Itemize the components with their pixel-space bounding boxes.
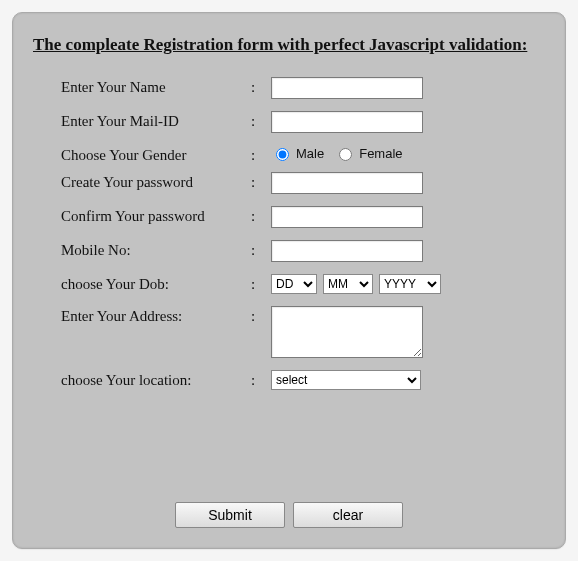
gender-female-radio[interactable]	[339, 148, 352, 161]
clear-button[interactable]: clear	[293, 502, 403, 528]
password-label: Create Your password	[61, 172, 251, 191]
colon: :	[251, 370, 271, 389]
address-field[interactable]	[271, 306, 423, 358]
submit-button[interactable]: Submit	[175, 502, 285, 528]
colon: :	[251, 240, 271, 259]
dob-label: choose Your Dob:	[61, 274, 251, 293]
colon: :	[251, 172, 271, 191]
location-select[interactable]: select	[271, 370, 421, 390]
colon: :	[251, 274, 271, 293]
mobile-field[interactable]	[271, 240, 423, 262]
gender-male-radio[interactable]	[276, 148, 289, 161]
mail-label: Enter Your Mail-ID	[61, 111, 251, 130]
location-label: choose Your location:	[61, 370, 251, 389]
page-title: The compleate Registration form with per…	[33, 35, 545, 55]
gender-label: Choose Your Gender	[61, 145, 251, 164]
address-label: Enter Your Address:	[61, 306, 251, 325]
registration-panel: The compleate Registration form with per…	[12, 12, 566, 549]
colon: :	[251, 206, 271, 225]
gender-male-label: Male	[296, 146, 324, 161]
name-field[interactable]	[271, 77, 423, 99]
dob-day-select[interactable]: DD	[271, 274, 317, 294]
colon: :	[251, 77, 271, 96]
gender-female-label: Female	[359, 146, 402, 161]
confirm-password-field[interactable]	[271, 206, 423, 228]
gender-group: Male Female	[271, 145, 403, 161]
colon: :	[251, 111, 271, 130]
colon: :	[251, 145, 271, 164]
password-field[interactable]	[271, 172, 423, 194]
mobile-label: Mobile No:	[61, 240, 251, 259]
button-row: Submit clear	[13, 502, 565, 528]
confirm-label: Confirm Your password	[61, 206, 251, 225]
gender-male-option[interactable]: Male	[271, 145, 324, 161]
mail-field[interactable]	[271, 111, 423, 133]
colon: :	[251, 306, 271, 325]
name-label: Enter Your Name	[61, 77, 251, 96]
dob-year-select[interactable]: YYYY	[379, 274, 441, 294]
dob-month-select[interactable]: MM	[323, 274, 373, 294]
gender-female-option[interactable]: Female	[334, 145, 402, 161]
